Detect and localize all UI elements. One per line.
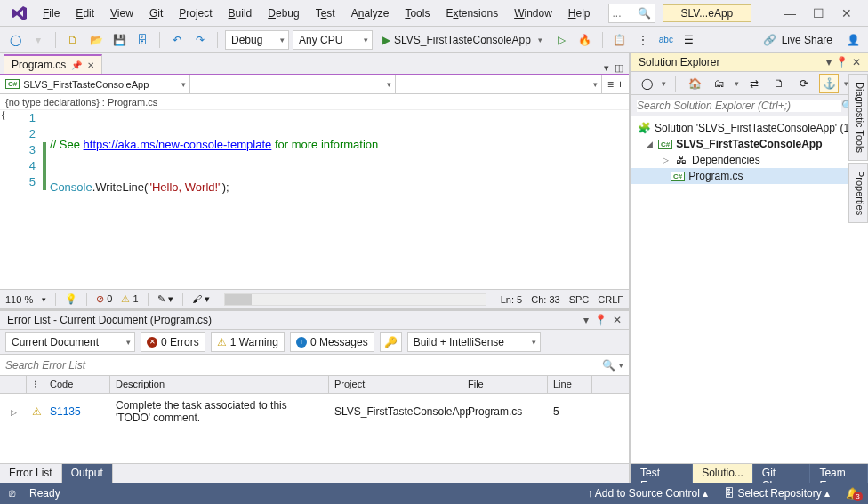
filter-icon[interactable]: 🔑 bbox=[380, 332, 402, 352]
menu-edit[interactable]: Edit bbox=[68, 4, 101, 23]
add-source-control[interactable]: ↑ Add to Source Control ▴ bbox=[587, 487, 708, 500]
warnings-filter[interactable]: ⚠1 Warning bbox=[211, 332, 285, 352]
menu-help[interactable]: Help bbox=[561, 4, 598, 23]
nav-plus-icon[interactable]: + bbox=[617, 78, 623, 91]
menu-test[interactable]: Test bbox=[309, 4, 342, 23]
solution-tree[interactable]: 🧩 Solution 'SLVS_FirstTasteConsoleApp' (… bbox=[631, 116, 868, 463]
tab-dropdown-icon[interactable]: ▾ bbox=[604, 62, 609, 74]
error-search-input[interactable] bbox=[5, 359, 602, 372]
menu-window[interactable]: Window bbox=[507, 4, 559, 23]
tab-close-icon[interactable]: ✕ bbox=[87, 60, 94, 70]
sln-sync-icon[interactable]: ⇄ bbox=[744, 74, 764, 93]
menu-file[interactable]: File bbox=[36, 4, 67, 23]
save-icon[interactable]: 💾 bbox=[109, 30, 129, 50]
tab-error-list[interactable]: Error List bbox=[0, 464, 62, 483]
error-row[interactable]: ▷ ⚠ S1135 Complete the task associated t… bbox=[0, 394, 629, 429]
sln-home-icon[interactable]: 🏠 bbox=[685, 74, 704, 93]
tab-split-icon[interactable]: ◫ bbox=[615, 62, 623, 74]
pen-icon[interactable]: ✎ ▾ bbox=[157, 293, 173, 305]
code-content[interactable]: // See https://aka.ms/new-console-templa… bbox=[46, 110, 629, 289]
account-icon[interactable]: 👤 bbox=[843, 30, 863, 50]
panel-pin-icon[interactable]: 📍 bbox=[835, 56, 848, 68]
tab-git-changes[interactable]: Git Cha... bbox=[753, 464, 811, 483]
nav-back-icon[interactable]: ◯ bbox=[5, 30, 25, 50]
save-all-icon[interactable]: 🗄 bbox=[133, 30, 152, 50]
expander-icon[interactable]: ▷ bbox=[660, 156, 671, 164]
error-code[interactable]: S1135 bbox=[44, 404, 110, 420]
config-combo[interactable]: Debug bbox=[225, 30, 289, 50]
tool-icon-3[interactable]: abc bbox=[656, 30, 676, 50]
tab-test-explorer[interactable]: Test Exp... bbox=[631, 464, 693, 483]
sln-refresh-icon[interactable]: ⟳ bbox=[794, 74, 814, 93]
start-debug-button[interactable]: ▶ SLVS_FirstTasteConsoleApp ▾ bbox=[376, 30, 549, 50]
menu-tools[interactable]: Tools bbox=[398, 4, 437, 23]
redo-icon[interactable]: ↷ bbox=[190, 30, 210, 50]
live-share-button[interactable]: 🔗 Live Share bbox=[756, 34, 840, 46]
sln-filter-icon[interactable]: ⚓ bbox=[819, 74, 839, 93]
nav-split-icon[interactable]: ≡ bbox=[607, 78, 614, 91]
tab-team-explorer[interactable]: Team E... bbox=[810, 464, 868, 483]
tab-output[interactable]: Output bbox=[62, 464, 113, 483]
brush-icon[interactable]: 🖌 ▾ bbox=[192, 293, 210, 305]
build-filter-combo[interactable]: Build + IntelliSense bbox=[407, 332, 541, 352]
sln-showall-icon[interactable]: 🗋 bbox=[769, 74, 789, 93]
maximize-icon[interactable]: ☐ bbox=[809, 6, 827, 20]
col-description[interactable]: Description bbox=[110, 376, 329, 393]
solution-node[interactable]: 🧩 Solution 'SLVS_FirstTasteConsoleApp' (… bbox=[631, 120, 868, 136]
col-code[interactable]: Code bbox=[44, 376, 110, 393]
solution-search-input[interactable] bbox=[637, 100, 841, 112]
menu-debug[interactable]: Debug bbox=[261, 4, 306, 23]
error-count[interactable]: ⊘ 0 bbox=[96, 293, 112, 305]
indent-mode[interactable]: SPC bbox=[569, 294, 590, 305]
nav-scope-combo[interactable]: C# SLVS_FirstTasteConsoleApp bbox=[0, 75, 190, 93]
open-icon[interactable]: 📂 bbox=[86, 30, 106, 50]
select-repository[interactable]: 🗄 Select Repository ▴ bbox=[724, 487, 830, 500]
panel-dropdown-icon[interactable]: ▾ bbox=[583, 314, 589, 326]
panel-dropdown-icon[interactable]: ▾ bbox=[826, 56, 832, 68]
menu-project[interactable]: Project bbox=[172, 4, 219, 23]
notifications-icon[interactable]: 🔔3 bbox=[846, 487, 859, 500]
menu-view[interactable]: View bbox=[103, 4, 141, 23]
minimize-icon[interactable]: — bbox=[781, 6, 799, 20]
status-output-icon[interactable]: ⎚ bbox=[9, 487, 15, 500]
tab-program-cs[interactable]: Program.cs 📌 ✕ bbox=[4, 54, 102, 74]
line-ending[interactable]: CRLF bbox=[598, 294, 623, 305]
panel-pin-icon[interactable]: 📍 bbox=[594, 314, 607, 326]
lightbulb-icon[interactable]: 💡 bbox=[65, 293, 77, 305]
code-editor[interactable]: { 12345 // See https://aka.ms/new-consol… bbox=[0, 110, 629, 289]
platform-combo[interactable]: Any CPU bbox=[293, 30, 373, 50]
menu-extensions[interactable]: Extensions bbox=[438, 4, 505, 23]
col-project[interactable]: Project bbox=[329, 376, 462, 393]
nav-type-combo[interactable] bbox=[190, 75, 396, 93]
pin-icon[interactable]: 📌 bbox=[71, 60, 82, 70]
expander-icon[interactable]: ▷ bbox=[11, 408, 17, 417]
close-icon[interactable]: ✕ bbox=[838, 6, 856, 20]
tool-icon-4[interactable]: ☰ bbox=[679, 30, 699, 50]
dependencies-node[interactable]: ▷ 🖧 Dependencies bbox=[631, 152, 868, 168]
nav-member-combo[interactable] bbox=[396, 75, 601, 93]
menu-build[interactable]: Build bbox=[221, 4, 260, 23]
tool-icon-1[interactable]: 📋 bbox=[610, 30, 630, 50]
messages-filter[interactable]: i0 Messages bbox=[290, 332, 374, 352]
errors-filter[interactable]: ✕0 Errors bbox=[141, 332, 205, 352]
col-line[interactable]: Line bbox=[548, 376, 592, 393]
nav-fwd-icon[interactable]: ▾ bbox=[28, 30, 48, 50]
tool-icon-2[interactable]: ⋮ bbox=[633, 30, 653, 50]
menu-analyze[interactable]: Analyze bbox=[344, 4, 397, 23]
new-project-icon[interactable]: 🗋 bbox=[63, 30, 83, 50]
panel-close-icon[interactable]: ✕ bbox=[852, 56, 861, 68]
col-file[interactable]: File bbox=[462, 376, 548, 393]
file-node-program[interactable]: C# Program.cs bbox=[631, 168, 868, 184]
start-nodebug-icon[interactable]: ▷ bbox=[552, 30, 572, 50]
warning-count[interactable]: ⚠ 1 bbox=[121, 293, 138, 305]
sln-back-icon[interactable]: ◯ bbox=[637, 74, 656, 93]
side-tab-diagnostic[interactable]: Diagnostic Tools bbox=[848, 74, 868, 161]
error-scope-combo[interactable]: Current Document bbox=[5, 332, 135, 352]
title-search[interactable]: 🔍 bbox=[608, 4, 655, 23]
zoom-combo[interactable]: 110 % bbox=[5, 294, 33, 305]
side-tab-properties[interactable]: Properties bbox=[848, 163, 868, 223]
panel-close-icon[interactable]: ✕ bbox=[613, 314, 622, 326]
tab-solution-explorer[interactable]: Solutio... bbox=[693, 464, 753, 483]
sln-switch-icon[interactable]: 🗂 bbox=[710, 74, 729, 93]
title-search-input[interactable] bbox=[613, 7, 638, 20]
